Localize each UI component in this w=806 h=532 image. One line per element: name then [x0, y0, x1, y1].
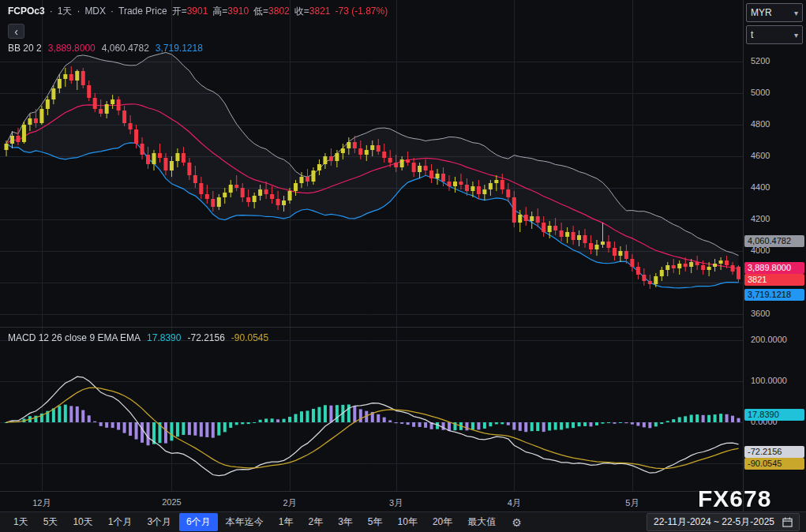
candlestick-chart-canvas[interactable] [0, 0, 743, 491]
bottom-toolbar: 1天5天10天1个月3个月6个月本年迄今1年2年3年5年10年20年最大值 ⚙ … [0, 511, 806, 532]
ohlc-low: 低=3802 [253, 5, 290, 18]
range-button-4[interactable]: 1个月 [101, 513, 140, 531]
trading-chart-app: FCPOc3 · 1天 · MDX · Trade Price 开=3901 高… [0, 0, 806, 532]
separator: · [50, 6, 53, 17]
price-tick: 4200 [751, 214, 770, 223]
unit-value: t [751, 29, 753, 40]
separator: · [77, 6, 80, 17]
range-button-9[interactable]: 2年 [301, 513, 330, 531]
unit-select[interactable]: t ▾ [746, 25, 803, 44]
price-tick: 5000 [751, 88, 770, 97]
macd-title: MACD 12 26 close 9 EMA EMA [8, 332, 141, 343]
range-button-10[interactable]: 3年 [331, 513, 360, 531]
macd-tag: -72.2156 [744, 446, 804, 458]
range-button-2[interactable]: 5天 [36, 513, 66, 531]
range-button-1[interactable]: 1天 [6, 513, 36, 531]
time-tick: 3月 [389, 497, 403, 509]
bb-basis-value: 3,889.8000 [48, 43, 96, 54]
price-tag: 3,719.1218 [744, 289, 804, 301]
price-tag: 3821 [744, 274, 804, 286]
axis-unit-selectors: MYR ▾ t ▾ [746, 3, 803, 47]
time-tick: 2025 [162, 497, 181, 507]
symbol-header: FCPOc3 · 1天 · MDX · Trade Price 开=3901 高… [8, 5, 388, 18]
currency-value: MYR [751, 7, 772, 18]
price-tick: 3600 [751, 309, 770, 318]
interval-label: 1天 [58, 5, 73, 18]
range-button-12[interactable]: 10年 [391, 513, 425, 531]
macd-indicator-legend[interactable]: MACD 12 26 close 9 EMA EMA 17.8390 -72.2… [8, 332, 268, 343]
settings-gear-icon[interactable]: ⚙ [512, 516, 522, 529]
macd-line-value: -72.2156 [187, 332, 224, 343]
watermark: FX678 [698, 485, 771, 512]
currency-select[interactable]: MYR ▾ [746, 3, 803, 22]
ohlc-high: 高=3910 [212, 5, 249, 18]
bb-indicator-legend[interactable]: BB 20 2 3,889.8000 4,060.4782 3,719.1218 [8, 43, 203, 54]
range-button-3[interactable]: 10天 [66, 513, 99, 531]
time-tick: 4月 [508, 497, 521, 509]
macd-hist-value: 17.8390 [147, 332, 181, 343]
macd-signal-value: -90.0545 [231, 332, 268, 343]
bb-lower-value: 3,719.1218 [156, 43, 203, 54]
range-button-13[interactable]: 20年 [425, 513, 459, 531]
separator: · [111, 6, 114, 17]
calendar-icon [782, 517, 793, 527]
price-tick: 4400 [751, 182, 770, 192]
date-range-picker[interactable]: 22-11月-2024 ~ 22-5月-2025 [647, 513, 800, 531]
range-button-7[interactable]: 本年迄今 [219, 513, 271, 531]
range-button-6[interactable]: 6个月 [179, 513, 218, 531]
macd-tag: -90.0545 [744, 458, 804, 470]
ohlc-open: 开=3901 [172, 5, 208, 18]
range-button-group: 1天5天10天1个月3个月6个月本年迄今1年2年3年5年10年20年最大值 [6, 513, 503, 531]
bb-upper-value: 4,060.4782 [102, 43, 149, 54]
time-tick: 12月 [32, 497, 51, 509]
chevron-down-icon: ▾ [794, 31, 798, 39]
macd-tick: 100.0000 [751, 376, 787, 385]
range-button-5[interactable]: 3个月 [140, 513, 178, 531]
time-axis[interactable]: 12月20252月3月4月5月 [0, 491, 743, 512]
price-tick: 4600 [751, 151, 770, 160]
chevron-down-icon: ▾ [794, 9, 798, 17]
price-tick: 5200 [751, 56, 770, 66]
back-button[interactable]: ‹ [8, 24, 24, 39]
change-value: -73 (-1.87%) [336, 6, 388, 17]
ohlc-close: 收=3821 [294, 5, 331, 18]
date-range-text: 22-11月-2024 ~ 22-5月-2025 [654, 515, 774, 529]
symbol-name: FCPOc3 [8, 6, 45, 17]
time-tick: 2月 [283, 497, 296, 509]
back-arrow-icon: ‹ [14, 25, 18, 38]
range-button-8[interactable]: 1年 [272, 513, 301, 531]
bb-title: BB 20 2 [8, 43, 42, 54]
time-tick: 5月 [625, 497, 639, 509]
series-label: Trade Price [118, 6, 167, 17]
price-tag: 3,889.8000 [744, 262, 804, 274]
price-tag: 4,060.4782 [744, 235, 804, 247]
range-button-14[interactable]: 最大值 [460, 513, 503, 531]
range-button-11[interactable]: 5年 [361, 513, 390, 531]
price-axis[interactable]: 52005000480046004400420040003600200.0000… [743, 0, 806, 511]
price-tick: 4800 [751, 119, 770, 129]
macd-tag: 17.8390 [744, 409, 804, 421]
macd-tick: 200.0000 [751, 335, 787, 344]
exchange-label: MDX [84, 6, 106, 17]
